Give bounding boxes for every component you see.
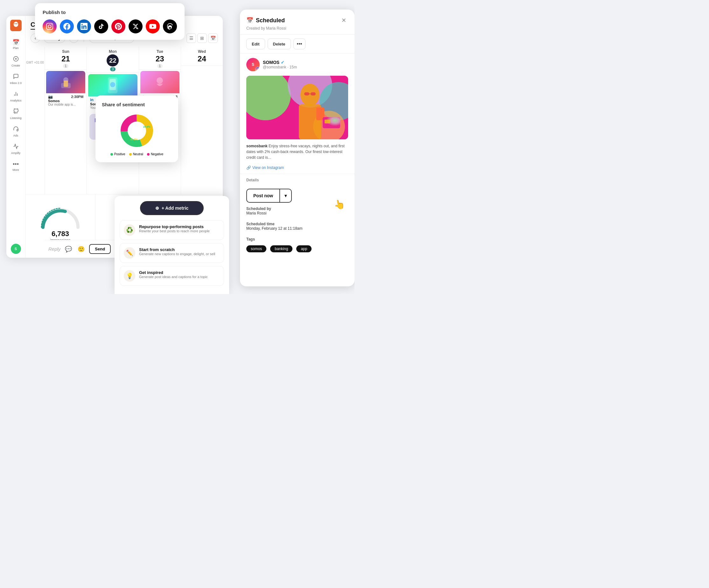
pinterest-icon[interactable] [111,20,125,33]
calendar-icon: 📅 [246,17,253,24]
inbox-icon [13,74,19,81]
sidebar-item-create[interactable]: Create [7,53,25,70]
analytics-icon [13,91,19,98]
svg-point-15 [110,82,115,87]
linkedin-icon[interactable] [77,20,91,33]
emoji-icon-btn[interactable]: 🙂 [76,244,86,254]
sidebar-avatar[interactable]: S [11,244,21,254]
more-icon: ••• [13,161,19,168]
day-header-sun: Sun 21 1 [45,47,86,70]
svg-text:44.7%: 44.7% [130,138,138,141]
plan-icon: 📅 [12,39,19,46]
day-col-sun: Sun 21 1 [45,47,86,194]
scheduled-account: S SOMOS ✓ @somosbank · 15m [240,53,354,76]
neutral-legend: Neutral [129,153,143,156]
verified-badge: ✓ [281,60,285,65]
sentiment-popup: Share of sentiment 29.5% 25.8% 44.7% Pos… [96,96,178,162]
tag-app: app [296,245,312,252]
threads-icon[interactable] [163,20,177,33]
sun-events: 📷 2:30PM Somos Our mobile app is... [45,70,86,194]
donut-chart-container: 29.5% 25.8% 44.7% [102,112,172,150]
svg-point-3 [16,23,17,25]
publish-title: Publish to [43,9,177,15]
svg-point-29 [300,84,319,106]
ads-icon [13,126,19,133]
cal-view-btn[interactable]: 📅 [208,33,218,43]
donut-chart: 29.5% 25.8% 44.7% [118,112,156,150]
sentiment-title: Share of sentiment [102,102,172,107]
sidebar-item-listening[interactable]: Listening [7,106,25,122]
sidebar: 📅 Plan Create Inbox 2.0 Analytics Lis [6,16,25,258]
svg-point-1 [14,22,18,27]
cursor-hand-icon: 👆 [333,198,346,211]
delete-btn[interactable]: Delete [268,38,291,49]
day-col-wed: Wed 24 [181,47,223,194]
gauge-chart [40,206,81,230]
publish-icons [43,20,177,33]
time-column: GMT +01:00 [25,47,45,194]
svg-point-16 [157,77,163,84]
view-buttons: ☰ ⊞ 📅 [186,33,218,43]
inspired-icon: 💡 [124,270,135,282]
sun-event-1[interactable]: 📷 2:30PM Somos Our mobile app is... [46,71,85,108]
post-now-btn[interactable]: Post now [246,189,280,203]
negative-legend: Negative [147,153,163,156]
svg-rect-33 [311,92,316,96]
youtube-icon[interactable] [146,20,160,33]
more-actions-btn[interactable]: ••• [293,38,306,49]
sidebar-item-ads[interactable]: Ads [7,124,25,140]
view-instagram-link[interactable]: 🔗 View on Instagram [240,164,354,174]
scheduled-header: 📅 Scheduled ✕ Created by Maria Rossi [240,9,354,35]
scheduled-panel: 📅 Scheduled ✕ Created by Maria Rossi Edi… [240,9,354,286]
add-metric-btn[interactable]: ⊕ + Add metric [140,201,204,215]
send-btn[interactable]: Send [89,244,111,254]
sidebar-item-more[interactable]: ••• More [7,158,25,174]
close-panel-btn[interactable]: ✕ [339,16,348,25]
list-view-btn[interactable]: ☰ [186,33,196,43]
repurpose-icon: ♻️ [124,224,135,236]
day-header-tue: Tue 23 1 [139,47,181,70]
amplify-icon [13,143,19,151]
tag-somos: somos [246,245,266,252]
instagram-icon[interactable] [43,20,57,33]
account-avatar: S [246,58,260,71]
publish-to-popup: Publish to [35,3,185,40]
svg-text:25.8%: 25.8% [121,126,128,129]
ai-option-scratch[interactable]: ✏️ Start from scratch Generate new capti… [120,243,224,263]
post-now-dropdown-btn[interactable]: ▾ [280,189,292,203]
ai-option-repurpose[interactable]: ♻️ Repurpose top-performing posts Rewrit… [120,220,224,240]
svg-rect-12 [64,80,68,87]
ai-panel: ⊕ + Add metric ♻️ Repurpose top-performi… [114,196,229,294]
tiktok-icon[interactable] [94,20,108,33]
wed-events [181,66,223,194]
sidebar-item-analytics[interactable]: Analytics [7,88,25,105]
edit-btn[interactable]: Edit [246,38,265,49]
post-image [246,76,348,139]
message-icon-btn[interactable]: 💬 [64,244,73,254]
scheduled-actions: Edit Delete ••• [240,35,354,53]
x-twitter-icon[interactable] [129,20,142,33]
sidebar-item-plan[interactable]: 📅 Plan [7,36,25,52]
details-section: Details [240,174,354,189]
listening-icon [13,108,19,116]
tags-row: somos banking app [240,243,354,255]
sun-event-image [46,71,85,93]
grid-view-btn[interactable]: ⊞ [197,33,207,43]
svg-text:29.5%: 29.5% [143,125,151,128]
sidebar-item-inbox[interactable]: Inbox 2.0 [7,71,25,87]
facebook-icon[interactable] [60,20,74,33]
svg-point-20 [128,122,146,140]
ai-option-inspired[interactable]: 💡 Get inspired Generate post ideas and c… [120,266,224,286]
svg-rect-36 [324,119,330,124]
day-header-mon: Mon 22 3 [87,47,139,73]
day-header-wed: Wed 24 [181,47,223,66]
create-icon [13,56,19,63]
hootsuite-logo[interactable] [10,20,22,31]
sentiment-legend: Positive Neutral Negative [102,153,172,156]
svg-rect-32 [304,92,309,96]
sidebar-item-amplify[interactable]: Amplify [7,141,25,157]
positive-legend: Positive [110,153,125,156]
post-caption: somosbank Enjoy stress-free vacays, nigh… [240,139,354,164]
svg-point-2 [14,23,16,25]
scheduled-time-row: Scheduled time Monday, February 12 at 11… [240,219,354,231]
